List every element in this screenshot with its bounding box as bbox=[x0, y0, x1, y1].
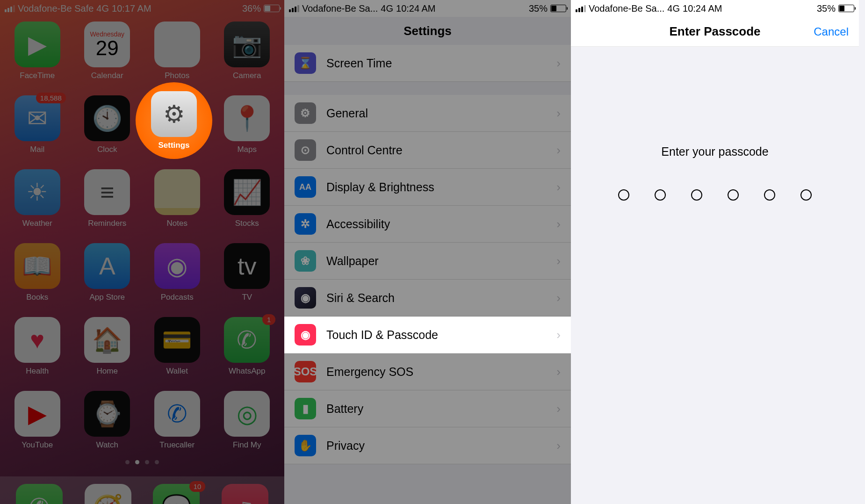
app-reminders[interactable]: ≡Reminders bbox=[84, 169, 131, 228]
app-books[interactable]: 📖Books bbox=[14, 243, 61, 302]
music-icon: ♫ bbox=[222, 484, 268, 504]
watch-icon: ⌚ bbox=[84, 391, 130, 437]
battery-icon bbox=[550, 5, 566, 12]
chevron-right-icon: › bbox=[556, 328, 561, 342]
signal-icon bbox=[5, 5, 15, 12]
whatsapp-badge: 1 bbox=[262, 314, 275, 325]
podcasts-icon: ◉ bbox=[154, 243, 200, 289]
app-tv[interactable]: tvTV bbox=[224, 243, 271, 302]
chevron-right-icon: › bbox=[556, 217, 561, 231]
app-photos[interactable]: ✿Photos bbox=[154, 22, 201, 80]
appstore-icon: A bbox=[84, 243, 130, 289]
camera-icon: 📷 bbox=[224, 22, 270, 67]
chevron-right-icon: › bbox=[556, 254, 561, 268]
row-accessibility[interactable]: ✲Accessibility› bbox=[284, 206, 571, 243]
battery-pct: 35% bbox=[529, 3, 548, 14]
app-mail[interactable]: ✉18,588Mail bbox=[14, 95, 61, 154]
chevron-right-icon: › bbox=[556, 180, 561, 194]
notes-icon bbox=[154, 169, 200, 215]
stocks-icon: 📈 bbox=[224, 169, 270, 215]
app-calendar[interactable]: Wednesday29Calendar bbox=[84, 22, 131, 80]
app-truecaller[interactable]: ✆Truecaller bbox=[154, 391, 201, 450]
cancel-button[interactable]: Cancel bbox=[814, 25, 849, 38]
time-label: 10:24 AM bbox=[396, 3, 436, 14]
network-label: 4G bbox=[381, 3, 393, 14]
messages-icon: 💬10 bbox=[153, 484, 200, 504]
app-appstore[interactable]: AApp Store bbox=[84, 243, 131, 302]
app-maps[interactable]: 📍Maps bbox=[224, 95, 271, 154]
time-label: 10:17 AM bbox=[112, 3, 151, 14]
passcode-dot bbox=[691, 189, 702, 201]
app-facetime[interactable]: ▶FaceTime bbox=[14, 22, 61, 80]
dock-safari[interactable]: 🧭 bbox=[85, 484, 131, 504]
photos-icon: ✿ bbox=[154, 22, 200, 67]
clock-icon: 🕙 bbox=[84, 95, 130, 141]
signal-icon bbox=[576, 5, 586, 12]
row-sos[interactable]: SOSEmergency SOS› bbox=[284, 353, 571, 390]
messages-badge: 10 bbox=[189, 481, 206, 492]
calendar-icon: Wednesday29 bbox=[84, 22, 130, 67]
app-wallet[interactable]: 💳Wallet bbox=[154, 317, 201, 376]
page-indicator[interactable] bbox=[0, 460, 284, 464]
home-app-grid: ▶FaceTime Wednesday29Calendar ✿Photos 📷C… bbox=[0, 17, 284, 450]
row-battery[interactable]: ▮Battery› bbox=[284, 390, 571, 427]
statusbar: Vodafone-Be Safe 4G 10:17 AM 36% bbox=[0, 0, 284, 17]
row-display[interactable]: AADisplay & Brightness› bbox=[284, 169, 571, 206]
app-home[interactable]: 🏠Home bbox=[84, 317, 131, 376]
signal-icon bbox=[289, 5, 299, 12]
app-weather[interactable]: ☀Weather bbox=[14, 169, 61, 228]
chevron-right-icon: › bbox=[556, 402, 561, 416]
home-icon: 🏠 bbox=[84, 317, 130, 363]
chevron-right-icon: › bbox=[556, 365, 561, 379]
maps-icon: 📍 bbox=[224, 95, 270, 141]
passcode-dot bbox=[618, 189, 629, 201]
row-control-centre[interactable]: ⊙Control Centre› bbox=[284, 132, 571, 169]
books-icon: 📖 bbox=[14, 243, 60, 289]
siri-icon: ◉ bbox=[295, 287, 316, 309]
row-touchid[interactable]: ◉Touch ID & Passcode› bbox=[284, 317, 571, 353]
app-stocks[interactable]: 📈Stocks bbox=[224, 169, 271, 228]
chevron-right-icon: › bbox=[556, 291, 561, 305]
dock-music[interactable]: ♫ bbox=[222, 484, 268, 504]
reminders-icon: ≡ bbox=[84, 169, 130, 215]
passcode-input[interactable] bbox=[571, 189, 859, 201]
privacy-icon: ✋ bbox=[295, 435, 316, 456]
statusbar: Vodafone-Be Sa... 4G 10:24 AM 35% bbox=[284, 0, 571, 17]
youtube-icon: ▶ bbox=[14, 391, 60, 437]
accessibility-icon: ✲ bbox=[295, 213, 316, 235]
passcode-prompt: Enter your passcode bbox=[571, 145, 859, 158]
dock-messages[interactable]: 💬10 bbox=[153, 484, 200, 504]
app-health[interactable]: ♥Health bbox=[14, 317, 61, 376]
app-watch[interactable]: ⌚Watch bbox=[84, 391, 131, 450]
app-notes[interactable]: Notes bbox=[154, 169, 201, 228]
row-siri[interactable]: ◉Siri & Search› bbox=[284, 280, 571, 317]
findmy-icon: ◎ bbox=[224, 391, 270, 437]
chevron-right-icon: › bbox=[556, 106, 561, 121]
app-findmy[interactable]: ◎Find My bbox=[224, 391, 271, 450]
app-clock[interactable]: 🕙Clock bbox=[84, 95, 131, 154]
control-centre-icon: ⊙ bbox=[295, 139, 316, 161]
chevron-right-icon: › bbox=[556, 143, 561, 158]
row-general[interactable]: ⚙General› bbox=[284, 95, 571, 132]
row-wallpaper[interactable]: ❀Wallpaper› bbox=[284, 243, 571, 280]
app-podcasts[interactable]: ◉Podcasts bbox=[154, 243, 201, 302]
wallpaper-icon: ❀ bbox=[295, 250, 316, 272]
touchid-icon: ◉ bbox=[295, 324, 316, 346]
passcode-nav: Enter Passcode Cancel bbox=[571, 17, 859, 47]
facetime-icon: ▶ bbox=[14, 22, 60, 67]
chevron-right-icon: › bbox=[556, 439, 561, 453]
app-youtube[interactable]: ▶YouTube bbox=[14, 391, 61, 450]
network-label: 4G bbox=[667, 3, 680, 14]
app-whatsapp[interactable]: ✆1WhatsApp bbox=[224, 317, 271, 376]
row-screentime[interactable]: ⌛ Screen Time › bbox=[284, 45, 571, 82]
row-privacy[interactable]: ✋Privacy› bbox=[284, 427, 571, 464]
phone-icon: ✆ bbox=[16, 484, 63, 504]
chevron-right-icon: › bbox=[556, 56, 561, 71]
app-settings-highlight[interactable]: ⚙ Settings bbox=[136, 82, 212, 159]
settings-icon: ⚙ bbox=[151, 91, 197, 137]
app-camera[interactable]: 📷Camera bbox=[224, 22, 271, 80]
passcode-dot bbox=[655, 189, 666, 201]
dock-phone[interactable]: ✆ bbox=[16, 484, 63, 504]
passcode-dot bbox=[764, 189, 775, 201]
dock: ✆ 🧭 💬10 ♫ bbox=[0, 476, 284, 504]
